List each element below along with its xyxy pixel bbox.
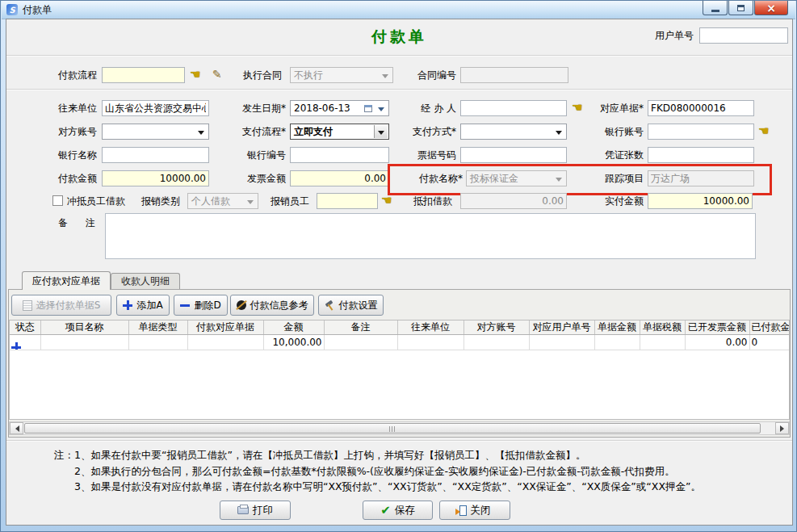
pay-amount-input[interactable]	[102, 170, 209, 186]
notes-lines: 1、如果在付款中要“报销员工借款”，请在【冲抵员工借款】上打钩，并填写好【报销员…	[74, 447, 701, 495]
column-header[interactable]: 对方账号	[464, 320, 529, 335]
bill-no-input[interactable]	[460, 147, 567, 163]
maximize-button[interactable]	[728, 1, 753, 15]
pay-settings-button[interactable]: 付款设置	[318, 295, 384, 316]
offset-loan-label: 冲抵员工借款	[67, 193, 125, 209]
pay-name-select[interactable]: 投标保证金	[466, 170, 567, 186]
contract-no-input	[460, 67, 568, 83]
column-header[interactable]: 单据税额	[640, 320, 685, 335]
handler-label: 经 办 人	[389, 100, 456, 116]
scrollbar-thumb[interactable]	[24, 423, 761, 434]
bank-name-label: 银行名称	[39, 147, 97, 163]
invoice-amount-input[interactable]	[290, 170, 389, 186]
save-button[interactable]: ✔ 保存	[363, 501, 433, 520]
table-cell	[594, 335, 640, 350]
table-row[interactable]: 10,000.00 0.00 0	[10, 335, 790, 350]
select-doc-button[interactable]: 选择付款单据S	[11, 295, 111, 316]
table-cell	[529, 335, 594, 350]
scroll-right-button[interactable]	[775, 422, 789, 434]
status-cell[interactable]	[10, 335, 40, 350]
note-line: 2、如果执行的分包合同，那么可付款金额=付款基数*付款限额%-(应收履约保证金-…	[74, 463, 701, 480]
print-button[interactable]: 打印	[220, 501, 291, 520]
payment-flow-input[interactable]	[102, 67, 185, 83]
close-icon: ×	[766, 2, 776, 14]
add-label: 添加A	[136, 299, 162, 312]
ref-doc-input[interactable]	[648, 100, 754, 116]
offset-loan-checkbox[interactable]	[52, 195, 63, 206]
pay-info-ref-button[interactable]: 付款信息参考	[230, 295, 314, 316]
handler-input[interactable]	[460, 100, 567, 116]
column-header[interactable]: 已开发票金额	[685, 320, 749, 335]
pay-flow-select[interactable]: 立即支付	[290, 124, 389, 140]
reimburse-employee-input[interactable]	[317, 193, 378, 209]
close-form-button[interactable]: 关闭	[439, 501, 510, 520]
user-no-input[interactable]	[699, 27, 788, 44]
horizontal-scrollbar[interactable]	[9, 421, 790, 435]
delete-label: 删除D	[194, 299, 220, 312]
column-header[interactable]: 状态	[10, 320, 40, 335]
edit-pencil-icon[interactable]: ✎	[212, 69, 222, 80]
column-header[interactable]: 单据类型	[128, 320, 187, 335]
counterparty-label: 往来单位	[39, 100, 97, 116]
arrow-left-icon	[12, 425, 19, 432]
voucher-count-input[interactable]	[648, 147, 754, 163]
save-label: 保存	[395, 504, 415, 517]
window-controls: ×	[702, 1, 788, 15]
bank-name-input[interactable]	[102, 147, 209, 163]
hammer-icon	[325, 300, 335, 311]
counter-account-select[interactable]	[102, 124, 209, 140]
pay-method-select[interactable]	[460, 124, 567, 140]
form-client-area: 付款单 用户单号 付款流程 ☚ ✎ 执行合同 不执行 合同编号 往来单位 发生日…	[6, 19, 793, 526]
execute-contract-select[interactable]: 不执行	[290, 67, 393, 83]
column-header[interactable]: 单据金额	[594, 320, 640, 335]
wheel-icon	[237, 300, 246, 310]
bank-no-input[interactable]	[290, 147, 389, 163]
maximize-icon	[737, 5, 745, 11]
column-header[interactable]: 备注	[324, 320, 397, 335]
column-header[interactable]: 往来单位	[397, 320, 464, 335]
printer-icon	[237, 506, 249, 514]
delete-button[interactable]: 删除D	[174, 295, 228, 316]
lookup-hand-icon[interactable]: ☚	[190, 69, 200, 81]
close-label: 关闭	[471, 504, 491, 517]
counterparty-input[interactable]	[102, 100, 209, 116]
chevron-down-icon	[247, 200, 254, 207]
column-header[interactable]: 金额	[263, 320, 324, 335]
chevron-down-icon	[378, 107, 384, 115]
track-project-label: 跟踪项目	[579, 170, 644, 186]
ref-doc-label: 对应单据*	[579, 100, 644, 116]
tab-payable-docs[interactable]: 应付款对应单据	[22, 271, 111, 290]
remarks-label: 备 注	[58, 215, 95, 231]
lookup-hand-icon[interactable]: ☚	[758, 125, 769, 137]
tab-payee-detail[interactable]: 收款人明细	[111, 273, 180, 289]
minimize-button[interactable]	[703, 1, 728, 15]
pay-flow-value: 立即支付	[294, 126, 333, 137]
add-button[interactable]: 添加A	[116, 295, 170, 316]
occur-date-value: 2018-06-13	[294, 103, 350, 114]
close-button[interactable]: ×	[754, 1, 788, 15]
chevron-down-icon	[556, 178, 562, 185]
occur-date-picker[interactable]: 2018-06-13	[290, 100, 389, 116]
remarks-textarea[interactable]	[105, 213, 756, 259]
print-label: 打印	[253, 504, 273, 517]
payment-order-window: S 付款单 × 付款单 用户单号 付款流程 ☚ ✎ 执行合同 不执行 合同编号 …	[0, 0, 797, 532]
actual-amount-label: 实付金额	[579, 193, 644, 209]
pay-flow-label: 支付流程*	[228, 124, 286, 140]
bank-account-input[interactable]	[648, 124, 754, 140]
occur-date-label: 发生日期*	[228, 100, 286, 116]
column-header[interactable]: 已付款金	[749, 320, 790, 335]
chevron-down-icon	[556, 131, 562, 138]
scroll-left-button[interactable]	[10, 422, 23, 434]
reimburse-type-select[interactable]: 个人借款	[187, 193, 258, 209]
combo-arrow-button[interactable]	[374, 125, 388, 138]
divider	[6, 440, 792, 442]
divider	[6, 89, 792, 90]
pay-name-value: 投标保证金	[470, 173, 518, 184]
column-header[interactable]: 付款对应单据	[187, 320, 263, 335]
column-header[interactable]: 对应用户单号	[529, 320, 594, 335]
column-header[interactable]: 项目名称	[40, 320, 128, 335]
voucher-count-label: 凭证张数	[579, 147, 644, 163]
actual-amount-input[interactable]	[648, 193, 753, 209]
reimburse-type-label: 报销类别	[141, 193, 180, 209]
invoice-amount-label: 发票金额	[228, 170, 286, 186]
